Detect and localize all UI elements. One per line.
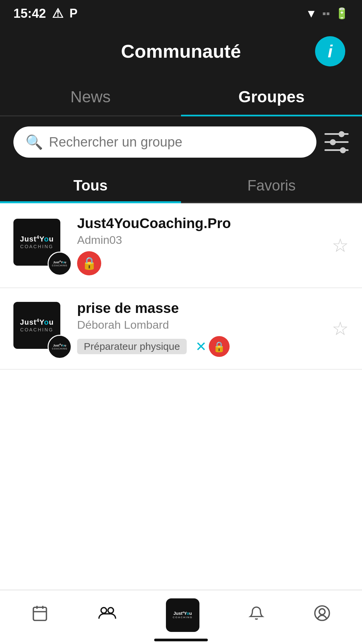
- svg-point-6: [315, 606, 329, 620]
- search-input[interactable]: [49, 135, 304, 150]
- group-badges: Préparateur physique ✕ 🔒: [77, 336, 322, 357]
- lock-icon: 🔒: [209, 336, 230, 357]
- svg-point-4: [101, 607, 107, 613]
- search-area: 🔍: [0, 116, 362, 168]
- group-avatar-small: Just4You COACHING: [48, 335, 72, 359]
- community-icon: [98, 604, 117, 626]
- dumbbell-icon: ✕: [195, 339, 207, 354]
- group-list: Just4You COACHING Just4You COACHING Just…: [0, 203, 362, 370]
- svg-rect-0: [34, 607, 47, 621]
- sub-tab-favoris[interactable]: Favoris: [181, 168, 362, 202]
- battery-icon: 🔋: [335, 7, 349, 20]
- filter-button[interactable]: [324, 132, 349, 152]
- nav-profile[interactable]: [313, 604, 331, 626]
- svg-point-7: [319, 609, 325, 614]
- tab-news[interactable]: News: [0, 75, 181, 115]
- bottom-nav: Just4You COACHING: [0, 590, 362, 644]
- group-tag: Préparateur physique: [77, 339, 187, 354]
- group-info: Just4YouCoaching.Pro Admin03 🔒: [77, 215, 322, 275]
- bell-icon: [248, 604, 264, 626]
- search-icon: 🔍: [25, 134, 43, 150]
- group-item[interactable]: Just4You COACHING Just4You COACHING Just…: [0, 203, 362, 288]
- signal-icon: ▪▪: [322, 7, 330, 20]
- group-name: prise de masse: [77, 300, 322, 316]
- nav-bell[interactable]: [248, 604, 264, 626]
- avatar: Just4You COACHING Just4You COACHING: [13, 219, 67, 272]
- tab-groupes[interactable]: Groupes: [181, 75, 362, 115]
- status-bar: 15:42 ⚠ P ▼ ▪▪ 🔋: [0, 0, 362, 27]
- favorite-button[interactable]: ☆: [332, 318, 349, 339]
- sub-tabs: Tous Favoris: [0, 168, 362, 203]
- nav-calendar[interactable]: [31, 604, 49, 626]
- nav-community[interactable]: [98, 604, 117, 626]
- info-icon: i: [328, 41, 333, 61]
- group-item[interactable]: Just4You COACHING Just4You COACHING pris…: [0, 288, 362, 370]
- group-admin: Déborah Lombard: [77, 318, 322, 331]
- group-badges: 🔒: [77, 251, 322, 275]
- group-info: prise de masse Déborah Lombard Préparate…: [77, 300, 322, 357]
- group-avatar-small: Just4You COACHING: [48, 252, 72, 276]
- svg-point-5: [108, 607, 114, 613]
- search-box: 🔍: [13, 126, 316, 158]
- header: Communauté i: [0, 27, 362, 75]
- lock-icon: 🔒: [77, 251, 101, 275]
- home-indicator: [154, 639, 208, 641]
- main-tabs: News Groupes: [0, 75, 362, 116]
- calendar-icon: [31, 604, 49, 626]
- group-admin: Admin03: [77, 233, 322, 247]
- sub-tab-tous[interactable]: Tous: [0, 168, 181, 202]
- group-name: Just4YouCoaching.Pro: [77, 215, 322, 231]
- home-center-button[interactable]: Just4You COACHING: [166, 598, 199, 632]
- wifi-icon: ▼: [306, 7, 317, 20]
- info-button[interactable]: i: [315, 36, 345, 66]
- parking-icon: P: [69, 6, 77, 20]
- avatar: Just4You COACHING Just4You COACHING: [13, 302, 67, 356]
- favorite-button[interactable]: ☆: [332, 234, 349, 256]
- nav-home[interactable]: Just4You COACHING: [166, 598, 199, 632]
- status-time: 15:42: [13, 6, 46, 21]
- profile-icon: [313, 604, 331, 626]
- page-title: Communauté: [121, 40, 241, 62]
- status-icons: ▼ ▪▪ 🔋: [306, 7, 349, 20]
- alert-icon: ⚠: [52, 6, 63, 21]
